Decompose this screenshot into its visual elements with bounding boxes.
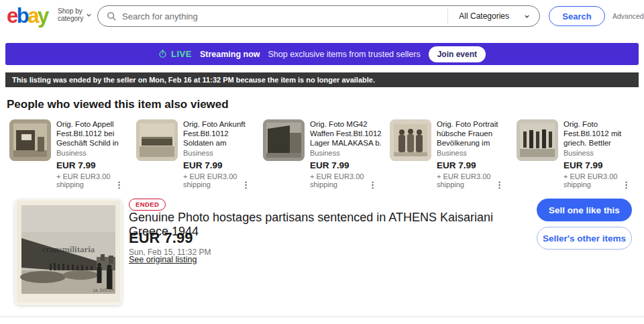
item-title: Orig. Foto Fest.Btl.1012 mit griech. Bet… <box>564 119 637 148</box>
item-info: Orig. Foto Portrait hübsche Frauen Bevöl… <box>437 119 511 188</box>
sellers-other-items-button[interactable]: Seller's other items <box>537 227 632 250</box>
item-menu-button[interactable]: ⋮ <box>622 182 631 188</box>
site-header: ebay Shop by category All Categories Sea… <box>0 0 644 34</box>
related-item-card[interactable]: Orig. Foto Appell Fest.Btl.1012 bei Gesc… <box>9 119 130 188</box>
search-icon <box>107 11 117 21</box>
related-item-card[interactable]: Orig. Foto Ankunft Fest.Btl.1012 Soldate… <box>136 119 257 188</box>
photo-caption: ca. 6x5 cm <box>93 288 114 292</box>
listing-photo-image: cransmilitaria ca. 6x5 cm <box>15 199 122 305</box>
see-original-listing-link[interactable]: See original listing <box>129 255 197 264</box>
item-info: Orig. Foto Fest.Btl.1012 mit griech. Bet… <box>564 119 637 188</box>
item-thumbnail[interactable] <box>136 119 178 161</box>
item-info: Orig. Foto MG42 Waffen Fest.Btl.1012 Lag… <box>310 119 384 188</box>
item-price: EUR 7.99 <box>564 160 637 170</box>
item-title: Orig. Foto Appell Fest.Btl.1012 bei Gesc… <box>56 119 130 148</box>
item-menu-button[interactable]: ⋮ <box>241 182 250 188</box>
item-thumbnail-photo <box>390 119 431 161</box>
item-thumbnail[interactable] <box>263 119 305 161</box>
listing-photo[interactable]: cransmilitaria ca. 6x5 cm <box>15 199 122 305</box>
listing-action-buttons: Sell one like this Seller's other items <box>537 199 632 250</box>
item-thumbnail[interactable] <box>9 119 51 161</box>
category-dropdown[interactable]: All Categories <box>447 9 539 23</box>
item-condition: Business <box>183 149 257 157</box>
related-items-row: Orig. Foto Appell Fest.Btl.1012 bei Gesc… <box>9 119 637 188</box>
item-condition: Business <box>56 149 130 157</box>
live-event-banner: LIVE Streaming now Shop exclusive items … <box>5 43 639 65</box>
item-menu-button[interactable]: ⋮ <box>115 182 123 188</box>
live-icon <box>158 50 167 58</box>
related-item-card[interactable]: Orig. Foto MG42 Waffen Fest.Btl.1012 Lag… <box>263 119 384 188</box>
shop-by-category-menu[interactable]: Shop by category <box>58 7 92 22</box>
item-price: EUR 7.99 <box>56 160 130 170</box>
item-price: EUR 7.99 <box>183 160 257 170</box>
item-thumbnail-photo <box>9 119 51 161</box>
item-thumbnail-photo <box>517 119 558 161</box>
logo-letter: a <box>28 4 38 28</box>
ebay-ended-listing-page: ebay Shop by category All Categories Sea… <box>0 0 644 324</box>
advanced-search-link[interactable]: Advanced <box>612 12 644 20</box>
listing-ended-notice: This listing was ended by the seller on … <box>5 72 639 87</box>
related-items-heading: People who viewed this item also viewed <box>7 98 229 111</box>
item-price: EUR 7.99 <box>437 160 511 170</box>
search-button[interactable]: Search <box>549 6 605 26</box>
chevron-down-icon <box>524 13 530 19</box>
shop-by-category-label: Shop by category <box>58 7 83 22</box>
category-dropdown-value: All Categories <box>459 11 509 21</box>
item-info: Orig. Foto Ankunft Fest.Btl.1012 Soldate… <box>183 119 257 188</box>
ebay-logo[interactable]: ebay <box>7 4 48 28</box>
item-condition: Business <box>437 149 511 157</box>
search-bar: All Categories <box>97 5 540 27</box>
item-info: Orig. Foto Appell Fest.Btl.1012 bei Gesc… <box>56 119 130 188</box>
chevron-down-icon <box>86 12 92 18</box>
listing-price: EUR 7.99 <box>129 229 193 247</box>
item-thumbnail[interactable] <box>517 119 558 161</box>
item-title: Orig. Foto Ankunft Fest.Btl.1012 Soldate… <box>183 119 257 148</box>
logo-letter: e <box>7 4 17 28</box>
bottom-divider <box>0 316 644 317</box>
logo-letter: y <box>38 4 48 28</box>
live-label: LIVE <box>171 49 192 59</box>
join-event-button[interactable]: Join event <box>429 46 486 62</box>
item-menu-button[interactable]: ⋮ <box>368 182 377 188</box>
item-title: Orig. Foto MG42 Waffen Fest.Btl.1012 Lag… <box>310 119 384 148</box>
live-badge: LIVE <box>158 49 192 59</box>
photo-watermark: cransmilitaria <box>42 244 95 254</box>
sell-one-like-this-button[interactable]: Sell one like this <box>537 199 632 221</box>
item-price: EUR 7.99 <box>310 160 384 170</box>
live-banner-message: Shop exclusive items from trusted seller… <box>268 50 420 59</box>
item-thumbnail-photo <box>263 119 305 161</box>
logo-letter: b <box>17 4 28 28</box>
ended-status-badge: ENDED <box>129 199 166 211</box>
item-condition: Business <box>310 149 384 157</box>
related-item-card[interactable]: Orig. Foto Portrait hübsche Frauen Bevöl… <box>390 119 511 188</box>
item-condition: Business <box>564 149 637 157</box>
item-title: Orig. Foto Portrait hübsche Frauen Bevöl… <box>437 119 511 148</box>
search-input[interactable] <box>122 11 447 21</box>
item-thumbnail-photo <box>136 119 178 161</box>
streaming-now-label: Streaming now <box>200 50 260 59</box>
notice-text: This listing was ended by the seller on … <box>12 76 375 84</box>
related-item-card[interactable]: Orig. Foto Fest.Btl.1012 mit griech. Bet… <box>517 119 637 188</box>
item-thumbnail[interactable] <box>390 119 431 161</box>
item-menu-button[interactable]: ⋮ <box>495 182 504 188</box>
